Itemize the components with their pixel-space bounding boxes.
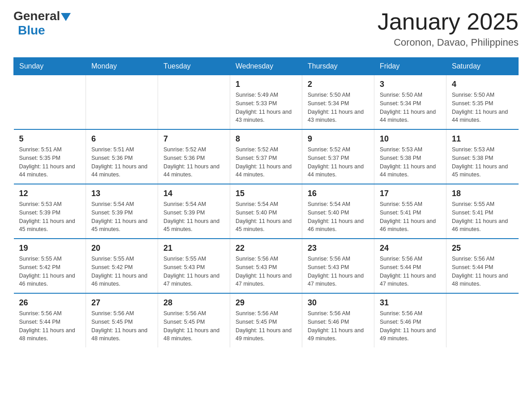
calendar-row-1: 5Sunrise: 5:51 AM Sunset: 5:35 PM Daylig… (14, 129, 519, 184)
day-info: Sunrise: 5:53 AM Sunset: 5:38 PM Dayligh… (380, 146, 441, 179)
calendar-cell: 9Sunrise: 5:52 AM Sunset: 5:37 PM Daylig… (302, 129, 374, 184)
day-info: Sunrise: 5:56 AM Sunset: 5:45 PM Dayligh… (163, 309, 224, 343)
day-info: Sunrise: 5:56 AM Sunset: 5:46 PM Dayligh… (380, 309, 441, 343)
day-number: 4 (452, 80, 513, 89)
day-info: Sunrise: 5:55 AM Sunset: 5:41 PM Dayligh… (380, 200, 441, 234)
calendar-cell: 7Sunrise: 5:52 AM Sunset: 5:36 PM Daylig… (158, 129, 230, 184)
calendar-row-4: 26Sunrise: 5:56 AM Sunset: 5:44 PM Dayli… (14, 293, 519, 347)
calendar-row-0: 1Sunrise: 5:49 AM Sunset: 5:33 PM Daylig… (14, 75, 519, 130)
day-number: 7 (163, 134, 224, 144)
calendar-cell: 24Sunrise: 5:56 AM Sunset: 5:44 PM Dayli… (374, 239, 446, 293)
day-number: 18 (452, 189, 513, 198)
day-info: Sunrise: 5:56 AM Sunset: 5:46 PM Dayligh… (308, 309, 369, 343)
day-info: Sunrise: 5:54 AM Sunset: 5:40 PM Dayligh… (236, 200, 296, 234)
day-number: 13 (91, 189, 152, 198)
header-cell-thursday: Thursday (302, 58, 374, 75)
calendar-cell: 5Sunrise: 5:51 AM Sunset: 5:35 PM Daylig… (14, 129, 86, 184)
day-number: 28 (163, 298, 224, 308)
day-info: Sunrise: 5:54 AM Sunset: 5:39 PM Dayligh… (163, 200, 224, 234)
day-info: Sunrise: 5:55 AM Sunset: 5:42 PM Dayligh… (91, 255, 152, 288)
day-info: Sunrise: 5:56 AM Sunset: 5:45 PM Dayligh… (91, 309, 152, 343)
day-number: 26 (19, 298, 81, 308)
day-number: 23 (308, 244, 369, 253)
day-info: Sunrise: 5:50 AM Sunset: 5:34 PM Dayligh… (380, 91, 441, 124)
day-number: 24 (380, 244, 441, 253)
day-number: 16 (308, 189, 369, 198)
logo-general: General (13, 9, 60, 23)
day-number: 17 (380, 189, 441, 198)
day-number: 21 (163, 244, 224, 253)
day-number: 2 (308, 80, 369, 89)
calendar-cell: 16Sunrise: 5:54 AM Sunset: 5:40 PM Dayli… (302, 184, 374, 239)
day-number: 25 (452, 244, 513, 253)
calendar-row-2: 12Sunrise: 5:53 AM Sunset: 5:39 PM Dayli… (14, 184, 519, 239)
calendar-cell: 23Sunrise: 5:56 AM Sunset: 5:43 PM Dayli… (302, 239, 374, 293)
calendar-cell: 20Sunrise: 5:55 AM Sunset: 5:42 PM Dayli… (86, 239, 158, 293)
day-info: Sunrise: 5:55 AM Sunset: 5:43 PM Dayligh… (163, 255, 224, 288)
day-info: Sunrise: 5:53 AM Sunset: 5:39 PM Dayligh… (19, 200, 81, 234)
calendar-cell: 10Sunrise: 5:53 AM Sunset: 5:38 PM Dayli… (374, 129, 446, 184)
header-cell-saturday: Saturday (446, 58, 519, 75)
logo: General Blue (13, 9, 71, 38)
header-cell-monday: Monday (86, 58, 158, 75)
day-number: 12 (19, 189, 81, 198)
day-number: 30 (308, 298, 369, 308)
day-number: 14 (163, 189, 224, 198)
calendar-cell: 25Sunrise: 5:56 AM Sunset: 5:44 PM Dayli… (446, 239, 519, 293)
calendar-table: SundayMondayTuesdayWednesdayThursdayFrid… (13, 57, 519, 347)
calendar-cell: 15Sunrise: 5:54 AM Sunset: 5:40 PM Dayli… (230, 184, 302, 239)
day-number: 29 (236, 298, 296, 308)
header-cell-tuesday: Tuesday (158, 58, 230, 75)
month-title: January 2025 (378, 9, 519, 34)
calendar-cell: 29Sunrise: 5:56 AM Sunset: 5:45 PM Dayli… (230, 293, 302, 347)
day-number: 27 (91, 298, 152, 308)
calendar-cell: 18Sunrise: 5:55 AM Sunset: 5:41 PM Dayli… (446, 184, 519, 239)
calendar-cell: 13Sunrise: 5:54 AM Sunset: 5:39 PM Dayli… (86, 184, 158, 239)
day-info: Sunrise: 5:52 AM Sunset: 5:37 PM Dayligh… (236, 146, 296, 179)
day-number: 31 (380, 298, 441, 308)
day-info: Sunrise: 5:56 AM Sunset: 5:44 PM Dayligh… (19, 309, 81, 343)
day-number: 10 (380, 134, 441, 144)
day-number: 20 (91, 244, 152, 253)
header-cell-friday: Friday (374, 58, 446, 75)
title-area: January 2025 Coronon, Davao, Philippines (378, 9, 519, 48)
calendar-cell: 4Sunrise: 5:50 AM Sunset: 5:35 PM Daylig… (446, 75, 519, 130)
day-info: Sunrise: 5:56 AM Sunset: 5:44 PM Dayligh… (452, 255, 513, 288)
day-info: Sunrise: 5:56 AM Sunset: 5:45 PM Dayligh… (236, 309, 296, 343)
calendar-cell (86, 75, 158, 130)
calendar-cell: 21Sunrise: 5:55 AM Sunset: 5:43 PM Dayli… (158, 239, 230, 293)
header-cell-sunday: Sunday (14, 58, 86, 75)
calendar-cell: 14Sunrise: 5:54 AM Sunset: 5:39 PM Dayli… (158, 184, 230, 239)
calendar-cell: 19Sunrise: 5:55 AM Sunset: 5:42 PM Dayli… (14, 239, 86, 293)
calendar-cell: 1Sunrise: 5:49 AM Sunset: 5:33 PM Daylig… (230, 75, 302, 130)
day-info: Sunrise: 5:51 AM Sunset: 5:36 PM Dayligh… (91, 146, 152, 179)
day-info: Sunrise: 5:55 AM Sunset: 5:42 PM Dayligh… (19, 255, 81, 288)
calendar-cell (446, 293, 519, 347)
day-number: 9 (308, 134, 369, 144)
day-info: Sunrise: 5:54 AM Sunset: 5:40 PM Dayligh… (308, 200, 369, 234)
day-info: Sunrise: 5:49 AM Sunset: 5:33 PM Dayligh… (236, 91, 296, 124)
day-info: Sunrise: 5:54 AM Sunset: 5:39 PM Dayligh… (91, 200, 152, 234)
calendar-cell: 6Sunrise: 5:51 AM Sunset: 5:36 PM Daylig… (86, 129, 158, 184)
calendar-cell: 2Sunrise: 5:50 AM Sunset: 5:34 PM Daylig… (302, 75, 374, 130)
day-info: Sunrise: 5:53 AM Sunset: 5:38 PM Dayligh… (452, 146, 513, 179)
day-info: Sunrise: 5:56 AM Sunset: 5:44 PM Dayligh… (380, 255, 441, 288)
location-title: Coronon, Davao, Philippines (378, 37, 519, 48)
day-info: Sunrise: 5:52 AM Sunset: 5:37 PM Dayligh… (308, 146, 369, 179)
calendar-header: SundayMondayTuesdayWednesdayThursdayFrid… (14, 58, 519, 75)
calendar-cell: 3Sunrise: 5:50 AM Sunset: 5:34 PM Daylig… (374, 75, 446, 130)
calendar-cell: 31Sunrise: 5:56 AM Sunset: 5:46 PM Dayli… (374, 293, 446, 347)
page-header: General Blue January 2025 Coronon, Davao… (13, 9, 519, 48)
calendar-cell: 17Sunrise: 5:55 AM Sunset: 5:41 PM Dayli… (374, 184, 446, 239)
day-info: Sunrise: 5:52 AM Sunset: 5:36 PM Dayligh… (163, 146, 224, 179)
day-info: Sunrise: 5:51 AM Sunset: 5:35 PM Dayligh… (19, 146, 81, 179)
calendar-cell (158, 75, 230, 130)
day-info: Sunrise: 5:50 AM Sunset: 5:35 PM Dayligh… (452, 91, 513, 124)
day-number: 6 (91, 134, 152, 144)
day-number: 11 (452, 134, 513, 144)
calendar-cell: 12Sunrise: 5:53 AM Sunset: 5:39 PM Dayli… (14, 184, 86, 239)
day-info: Sunrise: 5:56 AM Sunset: 5:43 PM Dayligh… (236, 255, 296, 288)
logo-arrow-icon (61, 13, 71, 21)
header-cell-wednesday: Wednesday (230, 58, 302, 75)
calendar-cell: 8Sunrise: 5:52 AM Sunset: 5:37 PM Daylig… (230, 129, 302, 184)
